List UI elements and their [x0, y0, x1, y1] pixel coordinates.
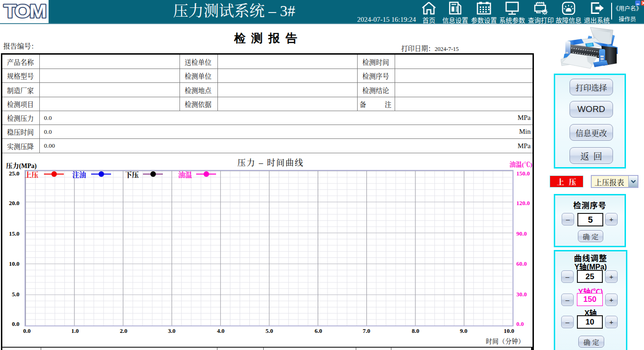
svg-text:TOM: TOM: [4, 0, 46, 21]
